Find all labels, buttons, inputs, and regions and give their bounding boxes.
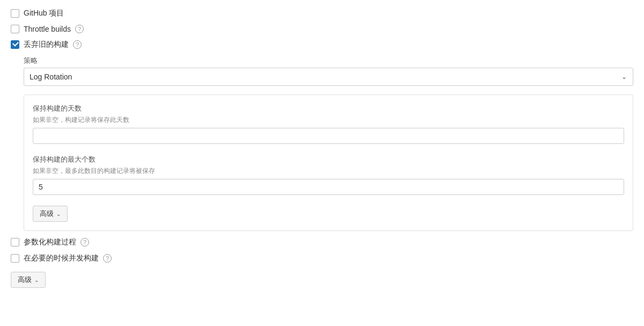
throttle-checkbox[interactable] bbox=[11, 25, 19, 33]
inner-advanced-button[interactable]: 高级 ⌄ bbox=[33, 206, 68, 222]
bottom-advanced-row: 高级 ⌄ bbox=[11, 272, 633, 288]
throttle-checkbox-row: Throttle builds ? bbox=[11, 25, 633, 33]
discard-section: 策略 Log Rotation Build Discarder ⌄ 保持构建的天… bbox=[24, 56, 633, 231]
max-field-group: 保持构建的最大个数 如果非空，最多此数目的构建记录将被保存 bbox=[33, 155, 624, 195]
trigger-checkbox[interactable] bbox=[11, 254, 19, 263]
trigger-label: 在必要的时候并发构建 bbox=[24, 253, 99, 263]
parameterize-checkbox[interactable] bbox=[11, 238, 19, 247]
max-hint: 如果非空，最多此数目的构建记录将被保存 bbox=[33, 166, 624, 176]
strategy-select[interactable]: Log Rotation Build Discarder bbox=[24, 68, 633, 86]
throttle-label: Throttle builds bbox=[24, 25, 71, 33]
github-checkbox[interactable] bbox=[11, 9, 19, 18]
days-input[interactable] bbox=[33, 128, 624, 144]
parameterize-help-icon[interactable]: ? bbox=[80, 238, 89, 247]
bottom-advanced-label: 高级 bbox=[18, 275, 32, 285]
discard-checkbox[interactable] bbox=[11, 40, 19, 49]
max-label: 保持构建的最大个数 bbox=[33, 155, 624, 164]
log-rotation-settings: 保持构建的天数 如果非空，构建记录将保存此天数 保持构建的最大个数 如果非空，最… bbox=[24, 95, 633, 231]
throttle-help-icon[interactable]: ? bbox=[75, 25, 84, 33]
max-input[interactable] bbox=[33, 179, 624, 195]
days-hint: 如果非空，构建记录将保存此天数 bbox=[33, 115, 624, 125]
github-checkbox-row: GitHub 项目 bbox=[11, 9, 633, 18]
parameterize-checkbox-row: 参数化构建过程 ? bbox=[11, 237, 633, 247]
strategy-label: 策略 bbox=[24, 56, 633, 66]
inner-advanced-label: 高级 bbox=[40, 209, 54, 219]
bottom-advanced-chevron-icon: ⌄ bbox=[34, 277, 39, 283]
github-label: GitHub 项目 bbox=[24, 9, 64, 18]
days-field-group: 保持构建的天数 如果非空，构建记录将保存此天数 bbox=[33, 104, 624, 144]
trigger-help-icon[interactable]: ? bbox=[103, 254, 112, 263]
strategy-select-wrapper: Log Rotation Build Discarder ⌄ bbox=[24, 68, 633, 86]
discard-help-icon[interactable]: ? bbox=[73, 40, 82, 49]
parameterize-label: 参数化构建过程 bbox=[24, 237, 76, 247]
bottom-advanced-button[interactable]: 高级 ⌄ bbox=[11, 272, 46, 288]
discard-checkbox-row: 丢弃旧的构建 ? bbox=[11, 40, 633, 49]
discard-label: 丢弃旧的构建 bbox=[24, 40, 69, 49]
days-label: 保持构建的天数 bbox=[33, 104, 624, 113]
trigger-checkbox-row: 在必要的时候并发构建 ? bbox=[11, 253, 633, 263]
inner-advanced-chevron-icon: ⌄ bbox=[56, 211, 61, 217]
